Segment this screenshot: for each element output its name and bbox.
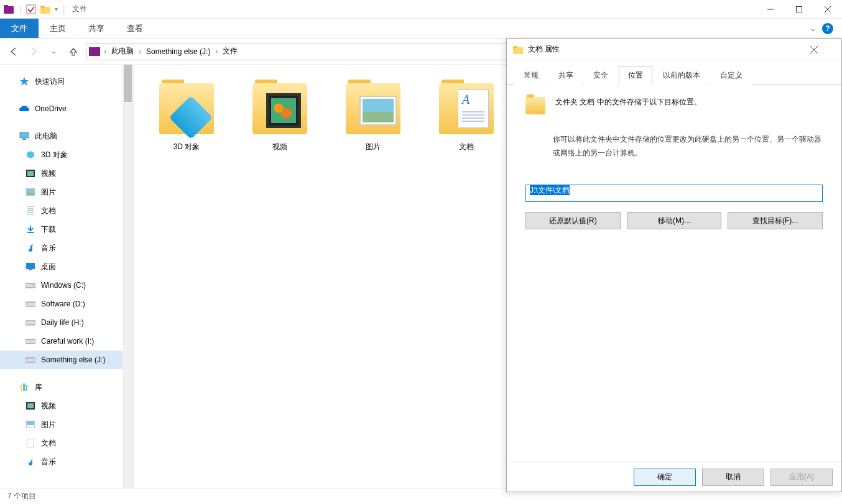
item-documents[interactable]: 文档 — [432, 77, 501, 152]
chevron-right-icon[interactable]: › — [215, 47, 218, 56]
forward-button[interactable] — [26, 44, 41, 59]
dialog-close-button[interactable] — [810, 46, 835, 53]
cloud-icon — [19, 103, 30, 114]
tree-videos[interactable]: 视频 — [0, 164, 133, 183]
item-3d-objects[interactable]: 3D 对象 — [152, 77, 221, 152]
tree-label: OneDrive — [35, 104, 67, 113]
tree-this-pc[interactable]: 此电脑 — [0, 127, 133, 145]
item-label: 文档 — [459, 142, 474, 152]
qat-overflow-icon[interactable]: ▾ — [55, 6, 58, 12]
cancel-button[interactable]: 取消 — [702, 469, 764, 486]
tree-label: 视频 — [41, 168, 56, 179]
drive-icon — [25, 298, 36, 309]
dialog-action-buttons: 还原默认值(R) 移动(M)... 查找目标(F)... — [525, 212, 823, 229]
help-icon[interactable]: ? — [822, 23, 833, 34]
recent-dropdown[interactable]: ⌄ — [46, 44, 61, 59]
ribbon-tab-file[interactable]: 文件 — [0, 19, 39, 38]
music-icon — [25, 456, 36, 467]
video-icon — [25, 400, 36, 411]
breadcrumb-item[interactable]: 文件 — [219, 46, 241, 57]
dialog-footer: 确定 取消 应用(A) — [507, 462, 841, 492]
tab-location[interactable]: 位置 — [619, 66, 652, 85]
folder-icon — [157, 77, 216, 137]
tree-lib-pictures[interactable]: 图片 — [0, 415, 133, 434]
minimize-button[interactable] — [756, 0, 785, 19]
back-button[interactable] — [6, 44, 21, 59]
tree-lib-videos[interactable]: 视频 — [0, 396, 133, 415]
qat-folder-icon[interactable] — [40, 4, 51, 14]
item-label: 视频 — [272, 142, 287, 152]
svg-rect-36 — [27, 421, 34, 425]
ribbon-right: ⌄ ? — [810, 19, 842, 38]
tree-drive-d[interactable]: Software (D:) — [0, 295, 133, 313]
scrollbar-thumb[interactable] — [124, 65, 132, 102]
tree-libraries[interactable]: 库 — [0, 378, 133, 396]
music-icon — [25, 242, 36, 254]
libraries-icon — [19, 382, 30, 393]
chevron-right-icon[interactable]: › — [139, 47, 141, 56]
svg-rect-31 — [23, 383, 25, 391]
ok-button[interactable]: 确定 — [634, 469, 696, 486]
tab-security[interactable]: 安全 — [584, 66, 618, 85]
move-button[interactable]: 移动(M)... — [627, 212, 722, 229]
tree-lib-documents[interactable]: 文档 — [0, 434, 133, 452]
tree-quick-access[interactable]: 快速访问 — [0, 72, 133, 91]
tree-label: Daily life (H:) — [41, 318, 84, 327]
location-input[interactable]: J:\文件\文档 — [525, 185, 823, 202]
dialog-titlebar: 文档 属性 — [507, 39, 841, 60]
svg-rect-14 — [27, 171, 34, 176]
window-controls — [756, 0, 842, 19]
tree-onedrive[interactable]: OneDrive — [0, 99, 133, 118]
restore-default-button[interactable]: 还原默认值(R) — [525, 212, 621, 229]
svg-rect-27 — [25, 321, 35, 325]
tree-drive-c[interactable]: Windows (C:) — [0, 276, 133, 295]
tree-music[interactable]: 音乐 — [0, 239, 133, 257]
ribbon-expand-icon[interactable]: ⌄ — [810, 24, 816, 33]
tree-drive-h[interactable]: Daily life (H:) — [0, 313, 133, 332]
tree-label: 文档 — [41, 438, 56, 449]
document-icon — [25, 438, 36, 449]
svg-rect-30 — [21, 384, 22, 391]
svg-rect-11 — [22, 139, 26, 140]
tab-share[interactable]: 共享 — [549, 66, 583, 85]
tab-general[interactable]: 常规 — [514, 66, 548, 85]
close-button[interactable] — [813, 0, 842, 19]
item-pictures[interactable]: 图片 — [339, 77, 407, 152]
item-videos[interactable]: 视频 — [246, 77, 314, 152]
location-input-value: J:\文件\文档 — [530, 185, 570, 195]
tree-desktop[interactable]: 桌面 — [0, 257, 133, 276]
tree-label: Software (D:) — [41, 300, 85, 308]
folder-icon — [437, 77, 496, 137]
tree-label: 桌面 — [41, 262, 56, 272]
apply-button[interactable]: 应用(A) — [770, 469, 833, 486]
svg-rect-29 — [25, 358, 35, 362]
up-button[interactable] — [66, 44, 81, 59]
tree-downloads[interactable]: 下载 — [0, 220, 133, 239]
maximize-button[interactable] — [785, 0, 813, 19]
tree-pictures[interactable]: 图片 — [0, 183, 133, 201]
tree-label: Careful work (I:) — [41, 337, 94, 346]
tree-documents[interactable]: 文档 — [0, 201, 133, 220]
ribbon-tab-share[interactable]: 共享 — [77, 19, 116, 38]
tab-previous[interactable]: 以前的版本 — [654, 66, 710, 85]
dialog-tabs: 常规 共享 安全 位置 以前的版本 自定义 — [507, 60, 841, 85]
tree-label: 此电脑 — [35, 131, 57, 142]
ribbon-tab-view[interactable]: 查看 — [116, 19, 154, 38]
ribbon-tab-home[interactable]: 主页 — [39, 19, 77, 38]
breadcrumb-item[interactable]: 此电脑 — [108, 46, 137, 57]
tree-drive-j[interactable]: Something else (J:) — [0, 351, 133, 369]
tab-custom[interactable]: 自定义 — [711, 66, 752, 85]
svg-rect-17 — [27, 193, 34, 195]
scrollbar[interactable] — [123, 65, 133, 488]
chevron-right-icon[interactable]: › — [104, 47, 106, 56]
breadcrumb-item[interactable]: Something else (J:) — [142, 47, 214, 56]
find-target-button[interactable]: 查找目标(F)... — [728, 212, 823, 229]
window-title: 文件 — [72, 4, 87, 14]
tree-lib-music[interactable]: 音乐 — [0, 452, 133, 471]
dialog-intro-text: 文件夹 文档 中的文件存储于以下目标位置。 — [555, 97, 701, 108]
tree-3d-objects[interactable]: 3D 对象 — [0, 145, 133, 164]
tree-label: 图片 — [41, 187, 56, 198]
drive-icon — [25, 280, 36, 291]
tree-drive-i[interactable]: Careful work (I:) — [0, 332, 133, 351]
qat-checkbox-icon[interactable] — [26, 4, 36, 14]
